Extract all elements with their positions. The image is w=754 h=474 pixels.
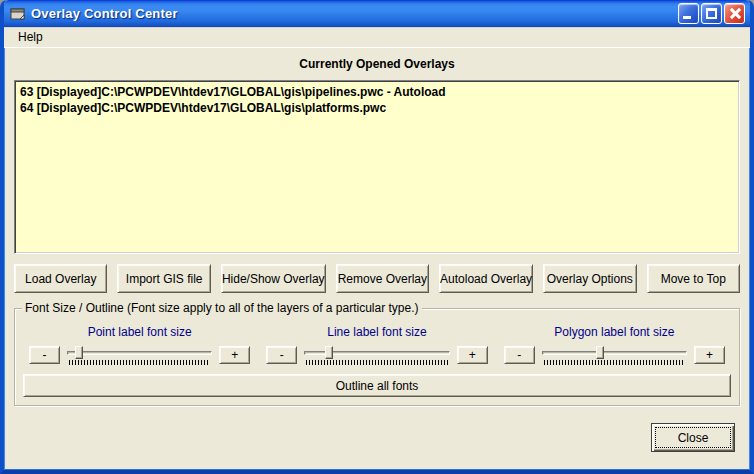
line-font-size-label: Line label font size xyxy=(258,325,495,339)
slider-ticks xyxy=(306,360,447,365)
slider-thumb[interactable] xyxy=(325,346,333,359)
overlay-options-button[interactable]: Overlay Options xyxy=(543,264,636,293)
point-font-size-label: Point label font size xyxy=(21,325,258,339)
point-font-plus-button[interactable]: + xyxy=(219,346,250,364)
font-size-outline-group: Font Size / Outline (Font size apply to … xyxy=(14,308,740,406)
slider-ticks xyxy=(69,360,210,365)
polygon-font-minus-button[interactable]: - xyxy=(504,346,535,364)
point-font-minus-button[interactable]: - xyxy=(29,346,60,364)
overlay-action-buttons: Load Overlay Import GIS file Hide/Show O… xyxy=(14,264,740,293)
load-overlay-button[interactable]: Load Overlay xyxy=(14,264,107,293)
overlay-listbox[interactable]: 63 [Displayed]C:\PCWPDEV\htdev17\GLOBAL\… xyxy=(14,80,740,254)
polygon-font-size-slider[interactable] xyxy=(542,346,687,365)
page-title: Currently Opened Overlays xyxy=(4,57,750,71)
minimize-icon[interactable] xyxy=(678,3,699,24)
menu-bar: Help xyxy=(4,27,750,48)
hide-show-overlay-button[interactable]: Hide/Show Overlay xyxy=(221,264,326,293)
move-to-top-button[interactable]: Move to Top xyxy=(647,264,740,293)
caption-buttons xyxy=(678,3,745,24)
slider-track xyxy=(67,351,212,355)
line-font-plus-button[interactable]: + xyxy=(457,346,488,364)
slider-ticks xyxy=(544,360,685,365)
close-button[interactable]: Close xyxy=(651,423,735,452)
line-font-size-slider[interactable] xyxy=(304,346,449,365)
polygon-font-size-label: Polygon label font size xyxy=(496,325,733,339)
line-font-minus-button[interactable]: - xyxy=(266,346,297,364)
close-icon[interactable] xyxy=(724,3,745,24)
menu-item-help[interactable]: Help xyxy=(12,28,49,46)
slider-track xyxy=(542,351,687,355)
point-font-size-section: Point label font size - + xyxy=(21,325,258,365)
titlebar[interactable]: Overlay Control Center xyxy=(4,0,750,27)
list-item[interactable]: 63 [Displayed]C:\PCWPDEV\htdev17\GLOBAL\… xyxy=(20,84,734,100)
list-item[interactable]: 64 [Displayed]C:\PCWPDEV\htdev17\GLOBAL\… xyxy=(20,100,734,116)
outline-all-fonts-button[interactable]: Outline all fonts xyxy=(23,374,731,397)
import-gis-file-button[interactable]: Import GIS file xyxy=(117,264,210,293)
polygon-font-size-section: Polygon label font size - + xyxy=(496,325,733,365)
slider-thumb[interactable] xyxy=(75,346,83,359)
polygon-font-plus-button[interactable]: + xyxy=(694,346,725,364)
point-font-size-slider[interactable] xyxy=(67,346,212,365)
remove-overlay-button[interactable]: Remove Overlay xyxy=(336,264,429,293)
window-title: Overlay Control Center xyxy=(31,6,678,21)
group-title: Font Size / Outline (Font size apply to … xyxy=(22,301,422,315)
font-size-sliders: Point label font size - + Line label fon… xyxy=(21,325,733,365)
footer: Close xyxy=(4,423,735,452)
slider-thumb[interactable] xyxy=(596,346,604,359)
overlay-control-center-window: Overlay Control Center Help Currently Op… xyxy=(0,0,754,474)
form-window-icon xyxy=(10,6,26,22)
maximize-icon[interactable] xyxy=(701,3,722,24)
line-font-size-section: Line label font size - + xyxy=(258,325,495,365)
autoload-overlay-button[interactable]: Autoload Overlay xyxy=(439,264,533,293)
